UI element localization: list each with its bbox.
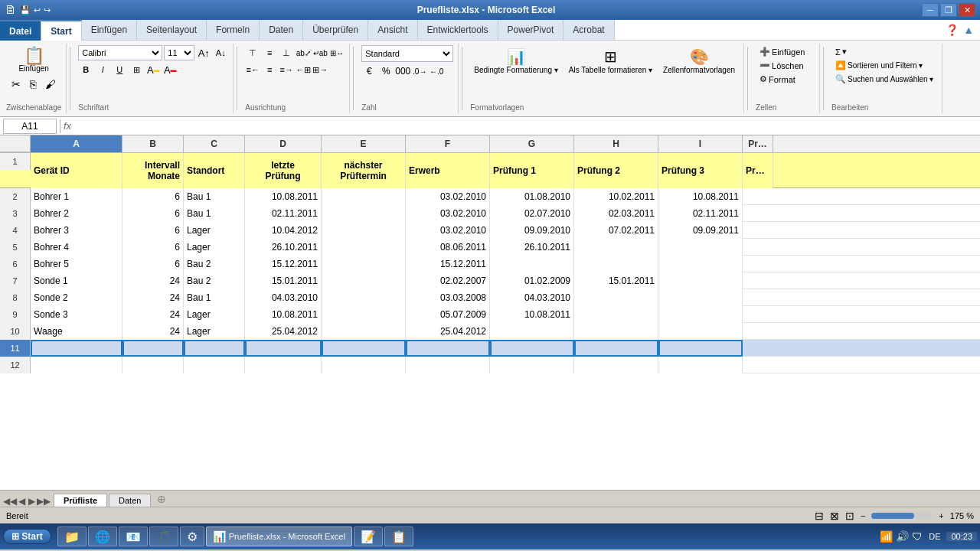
format-cells-button[interactable]: ⚙ Format [756, 73, 808, 86]
col-header-b[interactable]: B [122, 135, 184, 152]
zoom-in-icon[interactable]: + [939, 511, 943, 520]
delete-cells-button[interactable]: ➖ Löschen [756, 59, 808, 72]
cell-7-e[interactable] [322, 272, 406, 289]
cell-10-e[interactable] [322, 323, 406, 340]
align-left-button[interactable]: ≡← [245, 62, 260, 77]
cell-11-a[interactable] [31, 340, 122, 357]
cell-12-f[interactable] [406, 357, 490, 373]
cell-9-f[interactable]: 05.07.2009 [406, 306, 490, 323]
wrap-text-button[interactable]: ↵ab [312, 45, 328, 60]
col-header-f[interactable]: F [406, 135, 490, 152]
merge-button[interactable]: ⊞↔ [329, 45, 345, 60]
row-num-7[interactable]: 7 [0, 272, 31, 289]
cell-8-e[interactable] [322, 289, 406, 306]
col-header-g[interactable]: G [490, 135, 574, 152]
row-num-5[interactable]: 5 [0, 239, 31, 256]
tab-einfuegen[interactable]: Einfügen [82, 20, 137, 40]
cell-12-c[interactable] [184, 357, 245, 373]
cell-10-d[interactable]: 25.04.2012 [245, 323, 322, 340]
cell-8-a[interactable]: Sonde 2 [31, 289, 122, 306]
cell-7-f[interactable]: 02.02.2007 [406, 272, 490, 289]
minimize-ribbon-icon[interactable]: ▲ [963, 24, 974, 36]
cell-2-i[interactable]: 10.08.2011 [658, 188, 743, 205]
decrease-indent-button[interactable]: ←⊞ [296, 62, 311, 77]
tab-seitenlayout[interactable]: Seitenlayout [137, 20, 207, 40]
tab-daten[interactable]: Daten [260, 20, 303, 40]
row-num-9[interactable]: 9 [0, 306, 31, 323]
cell-9-d[interactable]: 10.08.2011 [245, 306, 322, 323]
taskbar-explorer[interactable]: 📁 [57, 527, 87, 546]
cell-3-h[interactable]: 02.03.2011 [574, 205, 658, 222]
cell-10-h[interactable] [574, 323, 658, 340]
page-layout-icon[interactable]: ⊟ [815, 510, 824, 522]
cell-9-a[interactable]: Sonde 3 [31, 306, 122, 323]
cell-1e[interactable]: nächster Prüftermin [322, 153, 406, 188]
bedingte-formatierung-button[interactable]: 📊 Bedingte Formatierung ▾ [470, 45, 562, 77]
page-break-icon[interactable]: ⊡ [845, 510, 854, 522]
cell-10-i[interactable] [658, 323, 743, 340]
cell-9-h[interactable] [574, 306, 658, 323]
col-header-i[interactable]: I [658, 135, 743, 152]
align-center-button[interactable]: ≡ [262, 62, 277, 77]
row-num-12[interactable]: 12 [0, 357, 31, 373]
align-right-button[interactable]: ≡→ [279, 62, 294, 77]
cell-10-b[interactable]: 24 [122, 323, 184, 340]
row-num-4[interactable]: 4 [0, 222, 31, 239]
italic-button[interactable]: I [95, 62, 110, 77]
insert-cells-button[interactable]: ➕ Einfügen [756, 45, 808, 58]
tray-security[interactable]: 🛡 [912, 530, 923, 543]
row-num-6[interactable]: 6 [0, 256, 31, 272]
cell-6-e[interactable] [322, 256, 406, 272]
cell-1i[interactable]: Prüfung 3 [658, 153, 743, 188]
cell-4-c[interactable]: Lager [184, 222, 245, 239]
cell-1g[interactable]: Prüfung 1 [490, 153, 574, 188]
cell-7-c[interactable]: Bau 2 [184, 272, 245, 289]
tray-network[interactable]: 📶 [880, 530, 893, 543]
font-size-select[interactable]: 11 [164, 45, 194, 60]
cell-6-a[interactable]: Bohrer 5 [31, 256, 122, 272]
normal-view-icon[interactable]: ⊠ [830, 510, 839, 522]
tray-battery[interactable]: DE [926, 532, 943, 541]
decrease-font-size-button[interactable]: A↓ [213, 45, 228, 60]
row-1-num[interactable]: 1 [0, 153, 31, 170]
taskbar-mail[interactable]: 📧 [119, 527, 148, 546]
cell-3-e[interactable] [322, 205, 406, 222]
cell-5-g[interactable]: 26.10.2011 [490, 239, 574, 256]
taskbar-browser[interactable]: 🌐 [88, 527, 117, 546]
zoom-out-icon[interactable]: − [861, 511, 865, 520]
cell-8-b[interactable]: 24 [122, 289, 184, 306]
cell-7-h[interactable]: 15.01.2011 [574, 272, 658, 289]
cell-1j[interactable]: Pr… [743, 153, 773, 188]
cell-9-e[interactable] [322, 306, 406, 323]
increase-font-size-button[interactable]: A↑ [196, 45, 211, 60]
font-color-button[interactable]: A▬ [162, 62, 178, 77]
taskbar-excel[interactable]: 📊 Pruefliste.xlsx - Microsoft Excel [206, 527, 352, 546]
thousands-button[interactable]: 000 [395, 64, 410, 79]
find-select-button[interactable]: 🔍 Suchen und Auswählen ▾ [831, 73, 937, 86]
cell-3-d[interactable]: 02.11.2011 [245, 205, 322, 222]
autosum-button[interactable]: Σ ▾ [831, 45, 937, 58]
cell-7-a[interactable]: Sonde 1 [31, 272, 122, 289]
currency-button[interactable]: € [361, 64, 377, 79]
cell-11-d[interactable] [245, 340, 322, 357]
cell-6-h[interactable] [574, 256, 658, 272]
cell-11-i[interactable] [658, 340, 743, 357]
sheet-nav-last[interactable]: ▶▶ [37, 496, 51, 507]
col-header-e[interactable]: E [322, 135, 406, 152]
cell-1d[interactable]: letzte Prüfung [245, 153, 322, 188]
row-num-8[interactable]: 8 [0, 289, 31, 306]
taskbar-settings[interactable]: ⚙ [180, 527, 204, 546]
cell-4-f[interactable]: 03.02.2010 [406, 222, 490, 239]
row-num-10[interactable]: 10 [0, 323, 31, 340]
cell-3-f[interactable]: 03.02.2010 [406, 205, 490, 222]
cell-12-a[interactable] [31, 357, 122, 373]
start-button[interactable]: ⊞ Start [3, 529, 51, 544]
tab-start[interactable]: Start [41, 20, 81, 41]
row-num-2[interactable]: 2 [0, 188, 31, 205]
cell-2-a[interactable]: Bohrer 1 [31, 188, 122, 205]
fill-color-button[interactable]: A▬ [145, 62, 161, 77]
align-middle-button[interactable]: ≡ [262, 45, 277, 60]
help-icon[interactable]: ❓ [946, 24, 959, 36]
cell-11-g[interactable] [490, 340, 574, 357]
quick-redo[interactable]: ↪ [44, 5, 51, 15]
